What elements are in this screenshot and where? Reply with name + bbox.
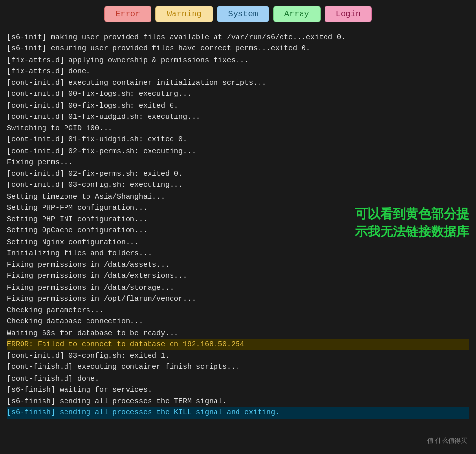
log-line-1: [s6-init] ensuring user provided files h… [7,43,469,54]
log-line-33: [s6-finish] sending all processes the TE… [7,396,469,407]
annotation-box: 可以看到黄色部分提 示我无法链接数据库 [355,205,469,241]
log-line-24: Checking parameters... [7,305,469,316]
log-line-25: Checking database connection... [7,316,469,327]
log-line-26: Waiting 60s for database to be ready... [7,328,469,339]
log-line-0: [s6-init] making user provided files ava… [7,32,469,43]
log-line-19: Initializing files and folders... [7,248,469,259]
log-line-13: [cont-init.d] 03-config.sh: executing... [7,180,469,191]
log-line-5: [cont-init.d] 00-fix-logs.sh: executing.… [7,89,469,100]
log-line-3: [fix-attrs.d] done. [7,66,469,77]
log-line-7: [cont-init.d] 01-fix-uidgid.sh: executin… [7,112,469,123]
top-bar: ErrorWarningSystemArrayLogin [0,0,476,29]
log-line-11: Fixing perms... [7,157,469,168]
log-line-9: [cont-init.d] 01-fix-uidgid.sh: exited 0… [7,134,469,145]
log-line-20: Fixing permissions in /data/assets... [7,259,469,271]
tab-warning[interactable]: Warning [155,6,213,22]
tab-login[interactable]: Login [325,6,372,22]
log-line-31: [cont-finish.d] done. [7,373,469,385]
watermark: 值 什么值得买 [427,436,467,445]
log-line-2: [fix-attrs.d] applying ownership & permi… [7,55,469,66]
log-line-8: Switching to PGID 100... [7,123,469,134]
log-line-32: [s6-finish] waiting for services. [7,385,469,396]
log-line-34: [s6-finish] sending all processes the KI… [7,407,469,418]
tab-array[interactable]: Array [273,6,321,22]
log-line-6: [cont-init.d] 00-fix-logs.sh: exited 0. [7,100,469,112]
log-line-14: Setting timezone to Asia/Shanghai... [7,191,469,203]
tab-system[interactable]: System [217,6,269,22]
log-line-12: [cont-init.d] 02-fix-perms.sh: exited 0. [7,168,469,180]
log-line-23: Fixing permissions in /opt/flarum/vendor… [7,294,469,305]
log-line-4: [cont-init.d] executing container initia… [7,77,469,89]
log-line-21: Fixing permissions in /data/extensions..… [7,271,469,282]
log-line-27: ERROR: Failed to connect to database on … [7,339,469,350]
annotation-line1: 可以看到黄色部分提 [355,205,469,223]
annotation-line2: 示我无法链接数据库 [355,223,469,240]
log-line-29: [cont-init.d] 03-config.sh: exited 1. [7,350,469,362]
log-line-22: Fixing permissions in /data/storage... [7,282,469,294]
log-line-10: [cont-init.d] 02-fix-perms.sh: executing… [7,146,469,157]
log-line-30: [cont-finish.d] executing container fini… [7,362,469,373]
log-area: [s6-init] making user provided files ava… [0,29,476,426]
tab-error[interactable]: Error [104,6,151,22]
